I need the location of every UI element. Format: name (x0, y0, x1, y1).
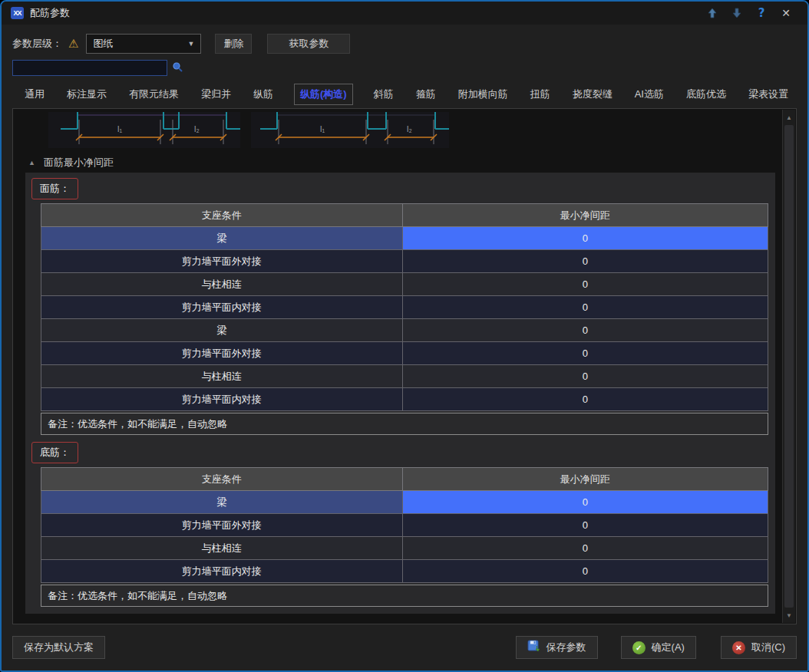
table-row[interactable]: 剪力墙平面外对接 0 (41, 342, 768, 365)
window-title: 配筋参数 (30, 6, 70, 20)
move-down-icon[interactable] (725, 4, 749, 22)
tab-bottom-bar-optimization[interactable]: 底筋优选 (685, 84, 728, 104)
scrollbar-thumb[interactable] (784, 125, 794, 608)
cell-condition[interactable]: 剪力墙平面内对接 (41, 388, 403, 411)
cell-condition[interactable]: 梁 (41, 491, 403, 514)
cancel-x-icon: ✕ (732, 641, 745, 654)
cancel-button[interactable]: ✕ 取消(C) (721, 636, 797, 659)
tab-torsion-bars[interactable]: 扭筋 (529, 84, 552, 104)
move-up-icon[interactable] (700, 4, 725, 22)
svg-text:l₁: l₁ (320, 124, 325, 133)
dialog-reinforcement-parameters: XX 配筋参数 ? ✕ 参数层级： ⚠ 图纸 ▼ 删除 获取参数 (0, 0, 809, 672)
param-level-label: 参数层级： (12, 37, 62, 51)
table-row[interactable]: 与柱相连 0 (41, 273, 768, 296)
tab-additional-transverse-bars[interactable]: 附加横向筋 (457, 84, 510, 104)
top-bars-table: 支座条件 最小净间距 梁 0 剪力墙平面外对接 0 (41, 203, 768, 411)
span-diagram-left: l₁ l₂ (48, 112, 240, 148)
cell-value[interactable]: 0 (402, 296, 768, 319)
vertical-scrollbar[interactable]: ▲ ▼ (782, 110, 795, 623)
column-header-min-clear-spacing: 最小净间距 (402, 468, 768, 491)
tab-bar: 通用 标注显示 有限元结果 梁归并 纵筋 纵筋(构造) 斜筋 箍筋 附加横向筋 … (2, 76, 807, 108)
svg-text:l₂: l₂ (194, 124, 200, 133)
save-params-button[interactable]: 保存参数 (516, 636, 598, 659)
search-row (2, 54, 807, 76)
diagrams: l₁ l₂ l₁ l₂ (13, 109, 781, 148)
search-icon[interactable] (172, 61, 183, 75)
tab-fem-results[interactable]: 有限元结果 (127, 84, 180, 104)
tab-deflection-crack[interactable]: 挠度裂缝 (571, 84, 614, 104)
table-row[interactable]: 梁 0 (41, 319, 768, 342)
scroll-down-icon[interactable]: ▼ (783, 609, 795, 621)
cell-value[interactable]: 0 (402, 491, 768, 514)
app-logo-icon: XX (11, 7, 24, 19)
help-icon: ? (758, 6, 765, 20)
table-row[interactable]: 剪力墙平面内对接 0 (41, 296, 768, 319)
cell-value[interactable]: 0 (402, 342, 768, 365)
cell-condition[interactable]: 与柱相连 (41, 537, 403, 560)
column-header-support-condition: 支座条件 (41, 468, 403, 491)
cell-value[interactable]: 0 (402, 560, 768, 583)
cell-value[interactable]: 0 (402, 227, 768, 250)
svg-text:l₁: l₁ (117, 124, 122, 133)
top-bars-label: 面筋： (31, 178, 78, 199)
param-level-value: 图纸 (93, 37, 113, 51)
param-level-dropdown[interactable]: 图纸 ▼ (86, 34, 201, 54)
span-diagram-right: l₁ l₂ (251, 112, 449, 148)
cell-condition[interactable]: 剪力墙平面内对接 (41, 560, 403, 583)
cell-condition[interactable]: 剪力墙平面外对接 (41, 342, 403, 365)
cell-condition[interactable]: 梁 (41, 227, 403, 250)
bottom-bars-note: 备注：优选条件，如不能满足，自动忽略 (41, 585, 768, 607)
tab-ai-bar-selection[interactable]: AI选筋 (633, 84, 665, 104)
chevron-down-icon: ▼ (188, 40, 195, 48)
cell-condition[interactable]: 剪力墙平面外对接 (41, 514, 403, 537)
tab-annotation-display[interactable]: 标注显示 (65, 84, 108, 104)
search-input[interactable] (12, 60, 167, 76)
save-params-label: 保存参数 (546, 641, 586, 654)
table-header-row: 支座条件 最小净间距 (41, 204, 768, 227)
close-button[interactable]: ✕ (774, 4, 798, 22)
table-row[interactable]: 梁 0 (41, 227, 768, 250)
section-panel: 面筋： 支座条件 最小净间距 梁 0 (25, 173, 775, 614)
table-row[interactable]: 与柱相连 0 (41, 537, 768, 560)
get-params-button[interactable]: 获取参数 (267, 34, 350, 54)
section-header[interactable]: ▲ 面筋最小净间距 (13, 148, 781, 173)
table-row[interactable]: 剪力墙平面外对接 0 (41, 250, 768, 273)
tab-stirrups[interactable]: 箍筋 (414, 84, 438, 104)
footer: 保存为默认方案 保存参数 ✓ 确定(A) ✕ 取消(C) (2, 624, 807, 670)
table-row[interactable]: 剪力墙平面外对接 0 (41, 514, 768, 537)
cell-value[interactable]: 0 (402, 514, 768, 537)
save-as-default-button[interactable]: 保存为默认方案 (12, 636, 105, 659)
cell-value[interactable]: 0 (402, 537, 768, 560)
tab-beam-merge[interactable]: 梁归并 (200, 84, 233, 104)
help-button[interactable]: ? (749, 4, 774, 22)
tab-longitudinal-bars[interactable]: 纵筋 (252, 84, 275, 104)
cell-value[interactable]: 0 (402, 365, 768, 388)
bottom-bars-table: 支座条件 最小净间距 梁 0 剪力墙平面外对接 0 (41, 467, 768, 583)
tab-longitudinal-bars-construction[interactable]: 纵筋(构造) (294, 84, 353, 105)
tab-general[interactable]: 通用 (23, 84, 46, 104)
table-row[interactable]: 与柱相连 0 (41, 365, 768, 388)
ok-button[interactable]: ✓ 确定(A) (621, 636, 696, 659)
cell-value[interactable]: 0 (402, 250, 768, 273)
tab-diagonal-bars[interactable]: 斜筋 (372, 84, 395, 104)
cell-condition[interactable]: 剪力墙平面外对接 (41, 250, 403, 273)
tab-beam-table-settings[interactable]: 梁表设置 (747, 84, 790, 104)
cell-condition[interactable]: 与柱相连 (41, 273, 403, 296)
scroll-up-icon[interactable]: ▲ (783, 111, 795, 124)
cancel-label: 取消(C) (751, 641, 785, 654)
section-title: 面筋最小净间距 (44, 156, 114, 170)
ok-label: 确定(A) (652, 641, 685, 654)
cell-value[interactable]: 0 (402, 273, 768, 296)
cell-condition[interactable]: 与柱相连 (41, 365, 403, 388)
cell-value[interactable]: 0 (402, 319, 768, 342)
delete-button[interactable]: 删除 (215, 34, 252, 54)
table-row[interactable]: 梁 0 (41, 491, 768, 514)
table-row[interactable]: 剪力墙平面内对接 0 (41, 388, 768, 411)
table-row[interactable]: 剪力墙平面内对接 0 (41, 560, 768, 583)
ok-check-icon: ✓ (632, 641, 646, 654)
collapse-arrow-icon[interactable]: ▲ (28, 159, 35, 166)
cell-value[interactable]: 0 (402, 388, 768, 411)
cell-condition[interactable]: 剪力墙平面内对接 (41, 296, 403, 319)
column-header-min-clear-spacing: 最小净间距 (402, 204, 768, 227)
cell-condition[interactable]: 梁 (41, 319, 403, 342)
